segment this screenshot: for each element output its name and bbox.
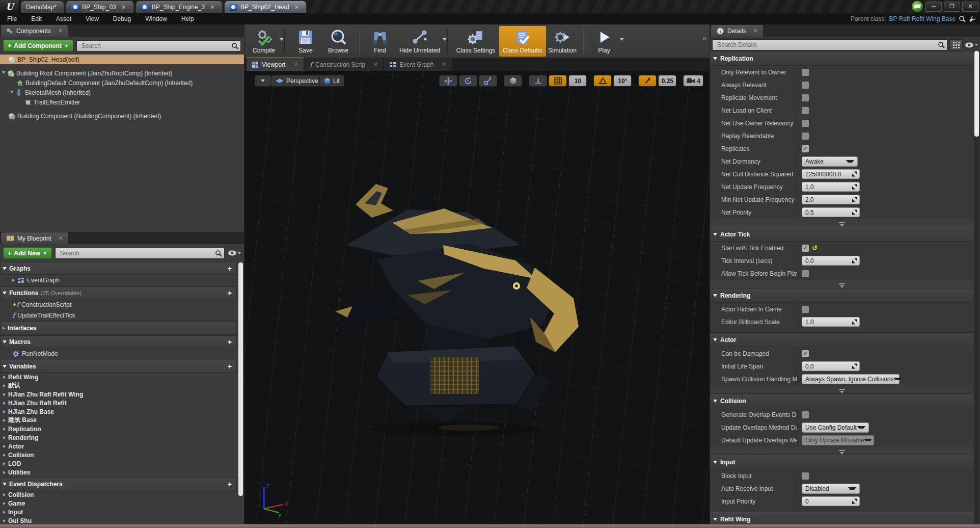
variable-category[interactable]: HJian Zhu Base xyxy=(0,407,237,416)
expander-open-icon[interactable] xyxy=(713,57,717,60)
expander-closed-icon[interactable] xyxy=(3,402,6,405)
expander-closed-icon[interactable] xyxy=(3,502,6,505)
tutorial-icon[interactable] xyxy=(911,0,924,13)
add-icon[interactable]: + xyxy=(225,289,234,297)
section-header-interfaces[interactable]: Interfaces xyxy=(0,322,237,334)
reset-to-default-icon[interactable]: ↺ xyxy=(812,244,818,252)
move-tool-button[interactable] xyxy=(439,75,457,87)
advanced-expander[interactable] xyxy=(710,280,973,288)
play-button[interactable]: Play xyxy=(588,26,620,57)
tab-event-graph[interactable]: Event Graph✕ xyxy=(384,58,452,71)
search-icon[interactable] xyxy=(959,15,966,22)
window-tab-bp-ship-engine-3[interactable]: BP_Ship_Engine_3✕ xyxy=(135,1,223,13)
surface-snap-toggle[interactable] xyxy=(529,75,547,87)
number-field[interactable]: 0.5 xyxy=(802,207,860,217)
tab-details[interactable]: i Details ✕ xyxy=(711,25,763,37)
menu-view[interactable]: View xyxy=(78,15,106,22)
expander-open-icon[interactable] xyxy=(713,461,717,464)
wrench-icon[interactable] xyxy=(969,15,976,22)
dropdown-field[interactable]: Awake xyxy=(802,156,858,167)
expander-closed-icon[interactable] xyxy=(3,493,6,496)
viewport-options-button[interactable] xyxy=(255,75,271,87)
variable-category[interactable]: 默认 xyxy=(0,381,237,390)
rotate-tool-button[interactable] xyxy=(459,75,477,87)
my-blueprint-scrollbar[interactable] xyxy=(238,262,243,496)
compile-button[interactable]: Compile xyxy=(248,26,280,57)
add-icon[interactable]: + xyxy=(225,362,234,371)
close-icon[interactable]: ✕ xyxy=(293,61,298,68)
parent-class-link[interactable]: BP Raft Refit Wing Base xyxy=(889,15,956,22)
component-row[interactable]: BuildingDefault Component (JianZhuDefaul… xyxy=(0,78,244,88)
variable-category[interactable]: LOD xyxy=(0,459,237,468)
advanced-expander[interactable] xyxy=(710,385,973,393)
component-row[interactable]: Building Root Component (JianZhuRootComp… xyxy=(0,68,244,78)
details-section-actor[interactable]: Actor xyxy=(710,332,973,347)
expander-closed-icon[interactable] xyxy=(3,327,5,330)
lit-mode-button[interactable]: Lit xyxy=(319,75,344,87)
advanced-expander[interactable] xyxy=(710,446,973,455)
number-field[interactable]: 0.0 xyxy=(802,256,860,266)
close-icon[interactable]: ✕ xyxy=(442,61,447,68)
variable-category[interactable]: HJian Zhu Raft Refit Wing xyxy=(0,390,237,399)
expander-open-icon[interactable] xyxy=(713,233,717,236)
menu-edit[interactable]: Edit xyxy=(24,15,49,22)
expander-closed-icon[interactable] xyxy=(3,511,6,514)
variable-category[interactable]: Actor xyxy=(0,442,237,451)
world-space-toggle[interactable] xyxy=(504,75,522,87)
expander-open-icon[interactable] xyxy=(713,338,717,341)
details-section-actor-tick[interactable]: Actor Tick xyxy=(710,227,973,242)
grid-snap-size-button[interactable]: 10 xyxy=(568,75,587,87)
chevron-down-icon[interactable] xyxy=(443,38,447,41)
class-defaults-button[interactable]: Class Defaults xyxy=(499,26,546,57)
expander-open-icon[interactable] xyxy=(713,294,717,297)
close-icon[interactable]: ✕ xyxy=(121,4,126,11)
section-header-event-dispatchers[interactable]: Event Dispatchers+ xyxy=(0,478,237,490)
tab-components[interactable]: Components ✕ xyxy=(1,25,68,37)
checkbox[interactable] xyxy=(802,411,809,418)
expander-closed-icon[interactable] xyxy=(3,519,6,522)
close-icon[interactable]: ✕ xyxy=(373,61,378,68)
component-row[interactable]: BP_Ship02_Head(self) xyxy=(0,55,244,64)
list-item[interactable]: RunNetMode xyxy=(0,348,237,359)
variable-category[interactable]: Replication xyxy=(0,425,237,433)
restore-button[interactable]: ❐ xyxy=(944,2,960,12)
variable-category[interactable]: Collision xyxy=(0,490,237,499)
variable-category[interactable]: HJian Zhu Raft Refit xyxy=(0,399,237,407)
tab-viewport[interactable]: Viewport✕ xyxy=(247,57,304,71)
checkbox[interactable] xyxy=(802,306,809,313)
checkbox[interactable] xyxy=(802,133,809,140)
tab-construction-scrip[interactable]: fConstruction Scrip✕ xyxy=(305,58,383,71)
add-icon[interactable]: + xyxy=(225,480,234,488)
details-section-collision[interactable]: Collision xyxy=(710,393,973,408)
window-tab-demomap-[interactable]: DemoMap* xyxy=(20,1,64,13)
expander-open-icon[interactable] xyxy=(3,340,7,344)
expander-closed-icon[interactable] xyxy=(3,384,6,387)
simulation-button[interactable]: Simulation xyxy=(546,26,579,57)
rotation-snap-size-button[interactable]: 10° xyxy=(613,75,632,87)
variable-category[interactable]: Refit Wing xyxy=(0,373,237,381)
close-icon[interactable]: ✕ xyxy=(58,28,63,34)
number-field[interactable]: 0 xyxy=(802,496,860,506)
dropdown-field[interactable]: Always Spawn, Ignore Collisions xyxy=(802,374,900,384)
rotation-snap-toggle[interactable] xyxy=(593,75,612,87)
toolbar-overflow-chevron[interactable]: » xyxy=(702,34,706,42)
my-blueprint-search-input[interactable] xyxy=(59,249,215,257)
add-component-button[interactable]: + Add Component ▼ xyxy=(3,40,73,51)
checkbox[interactable] xyxy=(802,270,809,277)
add-icon[interactable]: + xyxy=(225,338,234,346)
menu-file[interactable]: File xyxy=(0,15,24,22)
tab-my-blueprint[interactable]: My Blueprint ✕ xyxy=(1,232,68,244)
number-field[interactable]: 0.0 xyxy=(802,361,860,371)
components-search-input[interactable] xyxy=(80,42,231,50)
expander-closed-icon[interactable] xyxy=(3,428,6,431)
checkbox[interactable] xyxy=(802,107,809,114)
variable-category[interactable]: 建筑 Base xyxy=(0,416,237,425)
number-field[interactable]: 1.0 xyxy=(802,317,860,327)
scale-snap-toggle[interactable] xyxy=(638,75,657,87)
section-header-macros[interactable]: Macros+ xyxy=(0,335,237,348)
window-tab-bp-ship-03[interactable]: BP_Ship_03✕ xyxy=(66,1,134,13)
grid-snap-toggle[interactable] xyxy=(549,75,567,87)
variable-category[interactable]: Rendering xyxy=(0,433,237,442)
expander-closed-icon[interactable] xyxy=(3,445,6,448)
section-header-variables[interactable]: Variables+ xyxy=(0,360,237,373)
